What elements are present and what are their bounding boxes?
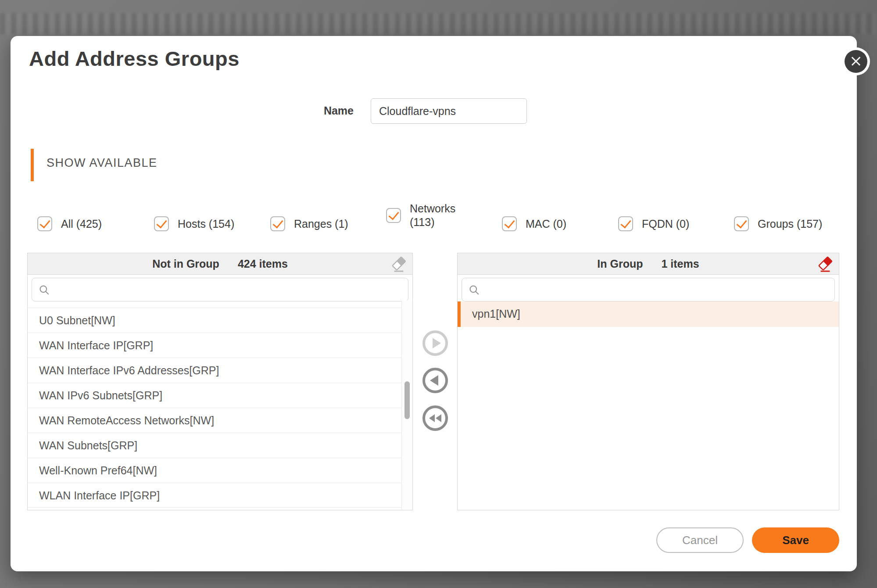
in-group-searchbox[interactable] [462,278,835,301]
double-arrow-left-icon [436,414,441,422]
filter-label: FQDN (0) [642,218,689,230]
panel-count: 424 items [238,258,288,270]
section-title: SHOW AVAILABLE [47,156,158,170]
close-icon [845,50,867,73]
list-item[interactable]: U0 Subnet[NW] [28,308,402,333]
save-button[interactable]: Save [752,527,839,553]
move-left-button[interactable] [422,368,448,393]
panel-title: In Group [597,258,643,270]
filter-label-line1: Networks [410,202,455,215]
move-all-left-button[interactable] [422,405,448,431]
checkbox-checked-icon[interactable] [734,216,749,231]
not-in-group-list: U0 Subnet[NW] WAN Interface IP[GRP] WAN … [28,308,402,508]
eraser-icon [818,255,833,273]
not-in-group-search-input[interactable] [54,278,402,301]
list-item[interactable]: WLAN Interface IP[GRP] [28,483,402,508]
filter-label: All (425) [61,218,102,230]
checkbox-checked-icon[interactable] [37,216,52,231]
checkbox-checked-icon[interactable] [154,216,169,231]
in-group-header: In Group 1 items [458,253,839,275]
filter-all[interactable]: All (425) [37,216,102,231]
list-item[interactable]: WAN IPv6 Subnets[GRP] [28,383,402,408]
filter-label: MAC (0) [526,218,566,230]
scrollbar[interactable] [401,301,412,510]
arrow-left-icon [430,375,438,386]
section-accent-bar [31,149,34,181]
name-input[interactable] [371,98,527,124]
panel-title: Not in Group [152,258,219,270]
filter-groups[interactable]: Groups (157) [734,216,822,231]
not-in-group-header: Not in Group 424 items [28,253,412,275]
checkbox-checked-icon[interactable] [618,216,633,231]
eraser-icon [391,255,406,273]
not-in-group-panel: Not in Group 424 items [27,253,413,510]
filter-label: Networks (113) [410,202,455,229]
list-item[interactable]: WAN RemoteAccess Networks[NW] [28,408,402,433]
dialog-title: Add Address Groups [29,47,240,71]
add-address-groups-dialog: Add Address Groups Name SHOW AVAILABLE A… [11,36,857,571]
filter-ranges[interactable]: Ranges (1) [270,216,348,231]
list-item[interactable]: WAN Interface IP[GRP] [28,333,402,358]
clear-available-button[interactable] [390,255,408,274]
filter-label: Hosts (154) [178,218,234,230]
in-group-panel: In Group 1 items [457,253,839,510]
filter-hosts[interactable]: Hosts (154) [154,216,234,231]
double-arrow-left-icon [429,414,435,422]
filter-networks[interactable]: Networks (113) [386,202,455,229]
list-item-selected[interactable]: vpn1[NW] [458,301,839,327]
list-item[interactable]: WAN Subnets[GRP] [28,433,402,458]
filter-label: Groups (157) [758,218,822,230]
filter-mac[interactable]: MAC (0) [502,216,566,231]
move-right-button[interactable] [422,330,448,356]
list-item[interactable]: Well-Known Pref64[NW] [28,458,402,483]
panel-count: 1 items [661,258,699,270]
checkbox-checked-icon[interactable] [502,216,517,231]
screen: Add Address Groups Name SHOW AVAILABLE A… [0,0,877,588]
arrow-right-icon [433,338,441,348]
name-label: Name [263,104,354,117]
close-button[interactable] [845,50,867,73]
filter-fqdn[interactable]: FQDN (0) [618,216,689,231]
clear-group-button[interactable] [816,255,834,274]
search-icon [468,284,480,296]
filter-label-line2: (113) [410,215,455,229]
cancel-button[interactable]: Cancel [656,527,744,553]
scrollbar-thumb[interactable] [404,381,410,419]
list-item[interactable]: WAN Interface IPv6 Addresses[GRP] [28,358,402,383]
search-icon [38,284,50,296]
in-group-search-input[interactable] [484,278,828,301]
background-pattern [0,13,877,34]
filter-label: Ranges (1) [294,218,348,230]
not-in-group-searchbox[interactable] [32,278,408,301]
checkbox-checked-icon[interactable] [270,216,285,231]
checkbox-checked-icon[interactable] [386,208,401,223]
